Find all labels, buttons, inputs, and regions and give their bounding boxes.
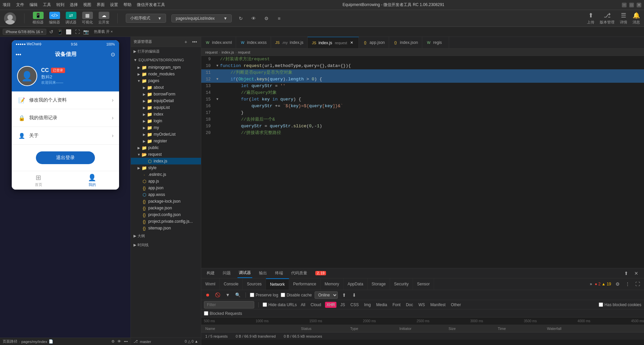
filter-button[interactable]: ▼ — [224, 291, 231, 299]
menu-item-select[interactable]: 选择 — [70, 2, 78, 8]
fullscreen-icon[interactable]: ⛶ — [74, 28, 81, 36]
dt-tab-network[interactable]: Network — [266, 278, 289, 290]
header-name[interactable]: Name — [204, 327, 300, 331]
header-status[interactable]: Status — [300, 327, 349, 331]
tree-folder-index[interactable]: ▶ 📁 index — [131, 111, 201, 118]
tree-folder-equipdetail[interactable]: ▶ 📁 equipDetail — [131, 97, 201, 104]
tree-file-packagejson[interactable]: {} package.json — [131, 205, 201, 211]
menu-item-tools[interactable]: 工具 — [43, 2, 51, 8]
menu-item-goto[interactable]: 转到 — [56, 2, 64, 8]
tree-folder-my[interactable]: ▶ 📁 my — [131, 124, 201, 131]
rotate-icon[interactable]: ↺ — [48, 28, 55, 36]
tab-index-wxml[interactable]: W index.wxml — [201, 37, 236, 48]
tree-file-appjs[interactable]: ⬡ app.js — [131, 178, 201, 185]
settings-dt-icon[interactable]: ⚙ — [614, 280, 621, 288]
settings-button[interactable]: ⚙ — [263, 15, 270, 22]
panel-up-icon[interactable]: ⬆ — [623, 270, 630, 277]
filter-cloud[interactable]: Cloud — [309, 302, 322, 308]
dt-tab-storage[interactable]: Storage — [368, 278, 390, 290]
filter-js[interactable]: JS — [339, 302, 346, 308]
online-select[interactable]: Online — [315, 291, 338, 299]
preview-mode-button[interactable]: 👁 — [250, 15, 257, 22]
filter-ws[interactable]: WS — [417, 302, 426, 308]
mode-select[interactable]: 小程序模式 ▼ — [126, 14, 166, 23]
tree-file-appwxss[interactable]: ⬡ app.wxss — [131, 191, 201, 198]
debugger-button[interactable]: ⇄ 调试器 — [65, 12, 76, 25]
device-select[interactable]: iPhone 6/7/8 85% 16 × — [3, 29, 46, 35]
filter-xhr[interactable]: XHR — [325, 302, 336, 308]
filter-doc[interactable]: Doc — [405, 302, 414, 308]
has-blocked-input[interactable] — [599, 302, 603, 307]
filter-all[interactable]: All — [300, 302, 307, 308]
tree-folder-myorderlist[interactable]: ▶ 📁 myOrderList — [131, 131, 201, 138]
detail-button[interactable]: ☰ 详情 — [620, 12, 627, 25]
menu-item-help[interactable]: 帮助 — [123, 2, 131, 8]
tree-file-sitemap[interactable]: {} sitemap.json — [131, 225, 201, 231]
tree-folder-node-modules[interactable]: ▶ 📁 node_modules — [131, 71, 201, 77]
menu-item-records[interactable]: 🔒 我的借用记录 › — [12, 109, 119, 127]
preserve-log-input[interactable] — [250, 293, 254, 297]
tree-file-projectconfig[interactable]: {} project.config.json — [131, 211, 201, 218]
code-editor[interactable]: 9 //封装请求方法request 10 ▼ function request(… — [201, 56, 644, 268]
filter-font[interactable]: Font — [391, 302, 402, 308]
breadcrumb-item-1[interactable]: index.js — [221, 50, 234, 54]
dt-tab-sensor[interactable]: Sensor — [413, 278, 434, 290]
nav-home[interactable]: ⊞ 首页 — [12, 171, 65, 190]
filter-img[interactable]: Img — [363, 302, 372, 308]
tree-file-projectprivate[interactable]: {} project.private.config.js... — [131, 218, 201, 225]
blocked-requests-checkbox[interactable]: Blocked Requests — [204, 311, 242, 316]
tab-debugger[interactable]: 调试器 — [237, 268, 252, 278]
tree-folder-pages[interactable]: ▼ 📁 pages — [131, 77, 201, 84]
filter-other[interactable]: Other — [449, 302, 462, 308]
blocked-requests-input[interactable] — [204, 311, 208, 316]
maximize-button[interactable]: □ — [629, 3, 634, 7]
tab-more-icon[interactable]: » — [590, 282, 592, 286]
tab-regis[interactable]: W regis — [422, 37, 449, 48]
menu-item-view[interactable]: 视图 — [83, 2, 91, 8]
tree-folder-borrowform[interactable]: ▶ 📁 borrowForm — [131, 91, 201, 97]
path-select[interactable]: pages/equipList/index ▼ — [171, 14, 232, 22]
menu-item-project[interactable]: 项目 — [3, 2, 11, 8]
new-file-icon[interactable]: + — [182, 38, 190, 46]
menu-item-wechat[interactable]: 微信开发者工具 — [137, 2, 165, 8]
visualize-button[interactable]: ▦ 可视化 — [82, 12, 93, 25]
disable-cache-input[interactable] — [281, 293, 285, 297]
tree-file-eslint[interactable]: · .eslintrc.js — [131, 171, 201, 178]
filter-css[interactable]: CSS — [349, 302, 360, 308]
preserve-log-checkbox[interactable]: Preserve log — [250, 293, 278, 297]
cloud-button[interactable]: ☁ 云开发 — [98, 12, 109, 25]
tree-file-indexjs[interactable]: ⬡ index.js — [131, 158, 201, 164]
filter-manifest[interactable]: Manifest — [429, 302, 447, 308]
tree-file-appjson[interactable]: {} app.json — [131, 185, 201, 191]
menu-item-ui[interactable]: 界面 — [97, 2, 105, 8]
disable-cache-checkbox[interactable]: Disable cache — [281, 293, 312, 297]
tab-build[interactable]: 构建 — [205, 268, 216, 278]
panel-close-icon[interactable]: ✕ — [633, 270, 640, 277]
logout-button[interactable]: 退出登录 — [36, 151, 95, 164]
nav-mine[interactable]: 👤 我的 — [65, 171, 119, 190]
clear-button[interactable]: 🚫 — [214, 291, 221, 299]
menu-item-settings[interactable]: 设置 — [110, 2, 118, 8]
tab-close-button[interactable]: ✕ — [349, 40, 355, 46]
tab-index-js-request[interactable]: JS index.js request ✕ — [308, 37, 359, 48]
tree-folder-register[interactable]: ▶ 📁 register — [131, 138, 201, 144]
dt-tab-wxml[interactable]: Wxml — [201, 278, 220, 290]
tab-index-js-my[interactable]: JS .my index.js — [271, 37, 308, 48]
tab-index-json[interactable]: {} index.json — [389, 37, 422, 48]
minimize-button[interactable]: ─ — [622, 3, 627, 7]
dt-tab-appdata[interactable]: AppData — [343, 278, 368, 290]
breadcrumb-item-2[interactable]: request — [238, 50, 250, 54]
header-initiator[interactable]: Initiator — [398, 327, 447, 331]
filter-media[interactable]: Media — [375, 302, 388, 308]
tab-index-wxss[interactable]: W index.wxss — [236, 37, 271, 48]
close-button[interactable]: ✕ — [637, 3, 641, 7]
more-tree-icon[interactable]: ••• — [191, 38, 198, 46]
header-time[interactable]: Time — [496, 327, 546, 331]
menu-item-file[interactable]: 文件 — [16, 2, 24, 8]
collapse-icon[interactable]: ▼ — [215, 63, 220, 69]
tree-file-package-lock[interactable]: {} package-lock.json — [131, 198, 201, 205]
section-open-editors[interactable]: ▶ 打开的编辑器 — [131, 47, 201, 56]
more-dt-icon[interactable]: ⋮ — [624, 280, 631, 288]
has-blocked-checkbox[interactable]: Has blocked cookies — [599, 302, 641, 307]
section-outline[interactable]: ▶ 大纲 — [131, 231, 201, 240]
